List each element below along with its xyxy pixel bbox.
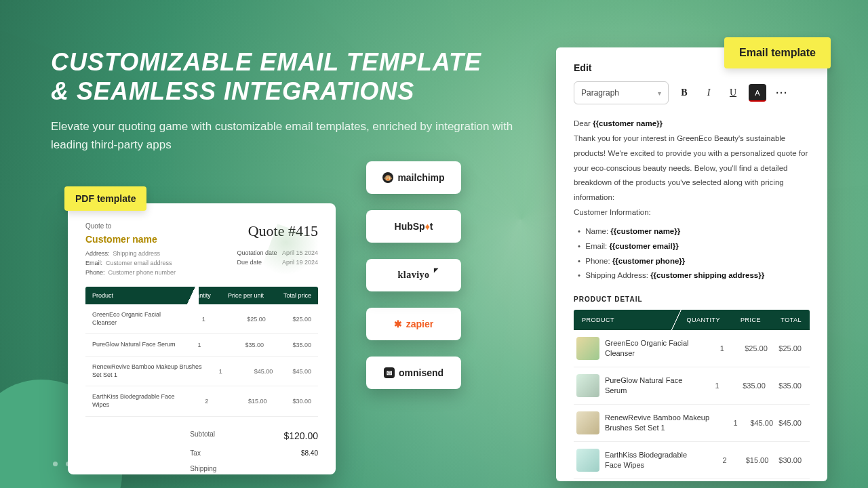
flag-icon: ◤	[434, 267, 439, 273]
carousel-dots[interactable]	[53, 462, 148, 466]
hero-title: CUSTOMIZABLE EMAIL TEMPLATE & SEAMLESS I…	[51, 47, 515, 106]
mailchimp-icon: 🐵	[382, 172, 393, 183]
carousel-dot[interactable]	[130, 462, 135, 466]
carousel-dot[interactable]	[66, 462, 71, 466]
carousel-dot[interactable]	[143, 462, 148, 466]
integration-hubspot[interactable]: HubSp♦t	[366, 210, 461, 243]
integration-zapier[interactable]: ✱zapier	[366, 308, 461, 340]
integration-klaviyo[interactable]: klaviyo◤	[366, 259, 461, 291]
pdf-template-tag: PDF template	[64, 186, 146, 211]
email-body-editor[interactable]: Dear {{customer name}} Thank you for you…	[574, 117, 810, 283]
pdf-products-table: Product Quantity Price per unit Total pr…	[85, 287, 318, 417]
integration-omnisend[interactable]: ✉ omnisend	[366, 357, 461, 389]
table-row: EarthKiss Biodegradable Face Wipes 2 $15…	[85, 386, 318, 416]
carousel-dot[interactable]	[79, 462, 83, 466]
quote-number: Quote #415	[237, 222, 318, 240]
table-row: PureGlow Natural Face Serum 1 $35.00 $35…	[574, 367, 810, 405]
integrations-column: 🐵 mailchimp HubSp♦t klaviyo◤ ✱zapier ✉ o…	[366, 161, 461, 389]
table-row: GreenEco Organic Facial Cleanser 1 $25.0…	[85, 304, 318, 334]
carousel-dot-active[interactable]	[104, 462, 109, 466]
chevron-down-icon: ▾	[658, 89, 661, 97]
product-thumbnail	[576, 411, 599, 434]
table-row: EarthKiss Biodegradable Face Wipes 2 $15…	[574, 442, 810, 479]
table-row: RenewRevive Bamboo Makeup Brushes Set Se…	[574, 405, 810, 442]
customer-name: Customer name	[85, 234, 176, 245]
omnisend-icon: ✉	[384, 367, 395, 378]
editor-toolbar: Paragraph ▾ B I U A ···	[574, 81, 810, 104]
italic-button[interactable]: I	[700, 84, 717, 102]
product-thumbnail	[576, 337, 599, 360]
table-row: GreenEco Organic Facial Cleanser 1 $25.0…	[574, 330, 810, 367]
text-color-button[interactable]: A	[749, 84, 766, 102]
email-template-panel: Email template Edit Paragraph ▾ B I U A …	[556, 47, 827, 481]
paragraph-style-select[interactable]: Paragraph ▾	[574, 81, 669, 104]
integration-mailchimp[interactable]: 🐵 mailchimp	[366, 161, 461, 194]
hero-subtitle: Elevate your quoting game with customiza…	[51, 118, 515, 154]
table-row: RenewRevive Bamboo Makeup Brushes Set Se…	[85, 357, 318, 386]
quote-to-label: Quote to	[85, 222, 176, 230]
pdf-totals: Subtotal$120.00 Tax$8.40 Shipping	[190, 426, 318, 474]
email-products-table: PRODUCT QUANTITY PRICE TOTAL GreenEco Or…	[574, 310, 810, 479]
pdf-template-card: PDF template Quote to Customer name Addr…	[68, 203, 336, 474]
product-thumbnail	[576, 449, 599, 472]
underline-button[interactable]: U	[724, 84, 742, 102]
email-template-tag: Email template	[724, 37, 831, 68]
table-row: PureGlow Natural Face Serum 1 $35.00 $35…	[85, 334, 318, 357]
hero-section: CUSTOMIZABLE EMAIL TEMPLATE & SEAMLESS I…	[51, 47, 515, 154]
product-detail-heading: PRODUCT DETAIL	[574, 296, 810, 303]
product-thumbnail	[576, 374, 599, 397]
carousel-dot[interactable]	[53, 462, 58, 466]
zapier-icon: ✱	[394, 319, 402, 329]
more-options-button[interactable]: ···	[773, 84, 791, 102]
carousel-dot[interactable]	[92, 462, 96, 466]
bold-button[interactable]: B	[675, 84, 693, 102]
carousel-dot[interactable]	[117, 462, 122, 466]
